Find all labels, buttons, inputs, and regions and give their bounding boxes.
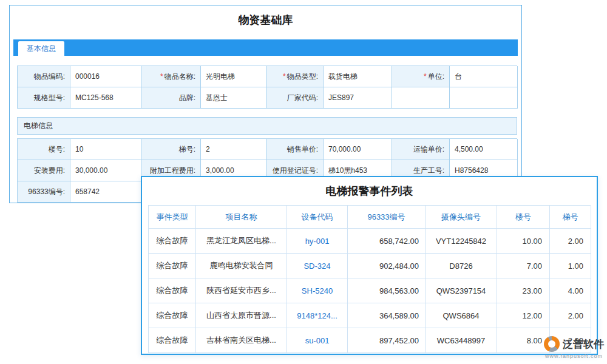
form-value-sale-price: 70,000.00	[324, 139, 392, 160]
cell-camera-no: VYT12245842	[426, 229, 497, 254]
basic-info-form: 物品编码: 000016 *物品名称: 光明电梯 *物品类型: 载货电梯 *单位…	[17, 66, 517, 109]
cell-96333-no: 902,484.00	[348, 254, 426, 278]
section-header-elevator-info: 电梯信息	[17, 117, 517, 135]
form-label: *单位:	[392, 66, 450, 87]
cell-camera-no: D8726	[426, 254, 497, 278]
vendor-url: www.fanpusoft.com	[545, 353, 603, 359]
form-value-manufacturer-code: JES897	[324, 87, 392, 109]
form-label: 销售单价:	[266, 139, 324, 160]
cell-event-type: 综合故障	[149, 254, 196, 278]
form-label: 96333编号:	[18, 181, 70, 203]
form-label-empty	[392, 87, 450, 109]
column-header-project-name: 项目名称	[196, 206, 287, 229]
device-code-link[interactable]: hy-001	[287, 229, 348, 254]
device-code-link[interactable]: SD-324	[287, 254, 348, 278]
form-value-empty	[450, 87, 518, 109]
form-value-transport-price: 4,500.00	[450, 139, 518, 160]
device-code-link[interactable]: SH-5240	[287, 278, 348, 303]
column-header-96333-no: 96333编号	[348, 206, 426, 229]
device-code-link[interactable]: 9148*124...	[287, 303, 348, 328]
form-value-item-name: 光明电梯	[201, 66, 266, 87]
form-value-building-no: 10	[70, 139, 141, 160]
form-value-spec-model: MC125-568	[70, 87, 141, 109]
cell-building-no: 8.00	[497, 328, 550, 353]
alarm-event-list-window: 电梯报警事件列表 事件类型 项目名称 设备代码 96333编号 摄像头编号 楼号…	[141, 176, 598, 355]
cell-96333-no: 984,563.00	[348, 278, 426, 303]
form-value-install-fee: 30,000.00	[70, 160, 141, 181]
form-value-unit: 台	[450, 66, 518, 87]
cell-elevator-no: 2.00	[550, 303, 591, 328]
form-value-item-type: 载货电梯	[324, 66, 392, 87]
form-label: 楼号:	[18, 139, 70, 160]
cell-project-name: 陕西省延安市西乡...	[196, 278, 287, 303]
cell-96333-no: 897,452.00	[348, 328, 426, 353]
vendor-brand: 泛普软件	[563, 337, 604, 351]
form-label: 梯号:	[141, 139, 201, 160]
fanpu-logo-icon	[544, 336, 560, 352]
cell-building-no: 10.00	[497, 229, 550, 254]
column-header-device-code: 设备代码	[287, 206, 348, 229]
cell-camera-no: QWS2397154	[426, 278, 497, 303]
cell-elevator-no: 4.00	[550, 278, 591, 303]
material-base-window: 物资基础库 基本信息 物品编码: 000016 *物品名称: 光明电梯 *物品类…	[9, 5, 522, 203]
form-label: 安装费用:	[18, 160, 70, 181]
form-value-brand: 基恩士	[201, 87, 266, 109]
cell-elevator-no: 1.00	[550, 254, 591, 278]
cell-event-type: 综合故障	[149, 278, 196, 303]
cell-project-name: 鹿鸣电梯安装合同	[196, 254, 287, 278]
required-mark: *	[160, 72, 163, 81]
form-label: *物品类型:	[266, 66, 324, 87]
cell-project-name: 山西省太原市晋源...	[196, 303, 287, 328]
form-value-96333-no: 658742	[70, 181, 141, 203]
form-label: 厂家代码:	[266, 87, 324, 109]
cell-project-name: 吉林省南关区电梯...	[196, 328, 287, 353]
cell-event-type: 综合故障	[149, 229, 196, 254]
required-mark: *	[283, 72, 286, 81]
cell-building-no: 23.00	[497, 278, 550, 303]
page-title: 物资基础库	[10, 13, 521, 27]
cell-camera-no: WC63448997	[426, 328, 497, 353]
column-header-camera-no: 摄像头编号	[426, 206, 497, 229]
alarm-list-title: 电梯报警事件列表	[142, 184, 597, 198]
form-value-item-code: 000016	[70, 66, 141, 87]
tab-bar: 基本信息	[13, 39, 518, 56]
cell-event-type: 综合故障	[149, 328, 196, 353]
cell-building-no: 12.00	[497, 303, 550, 328]
tab-basic-info[interactable]: 基本信息	[18, 41, 64, 56]
column-header-building-no: 楼号	[497, 206, 550, 229]
form-label: *物品名称:	[141, 66, 201, 87]
form-label: 规格型号:	[18, 87, 70, 109]
cell-96333-no: 364,589.00	[348, 303, 426, 328]
column-header-event-type: 事件类型	[149, 206, 196, 229]
vendor-watermark: 泛普软件 www.fanpusoft.com	[544, 336, 604, 359]
form-value-elevator-no: 2	[201, 139, 266, 160]
cell-elevator-no: 2.00	[550, 229, 591, 254]
alarm-event-table: 事件类型 项目名称 设备代码 96333编号 摄像头编号 楼号 梯号 综合故障 …	[148, 205, 591, 353]
cell-building-no: 7.00	[497, 254, 550, 278]
form-label: 品牌:	[141, 87, 201, 109]
form-label: 物品编码:	[18, 66, 70, 87]
column-header-elevator-no: 梯号	[550, 206, 591, 229]
cell-project-name: 黑龙江龙凤区电梯...	[196, 229, 287, 254]
required-mark: *	[424, 72, 427, 81]
cell-camera-no: QWS6864	[426, 303, 497, 328]
cell-96333-no: 658,742.00	[348, 229, 426, 254]
device-code-link[interactable]: su-001	[287, 328, 348, 353]
form-label: 运输单价:	[392, 139, 450, 160]
cell-event-type: 综合故障	[149, 303, 196, 328]
